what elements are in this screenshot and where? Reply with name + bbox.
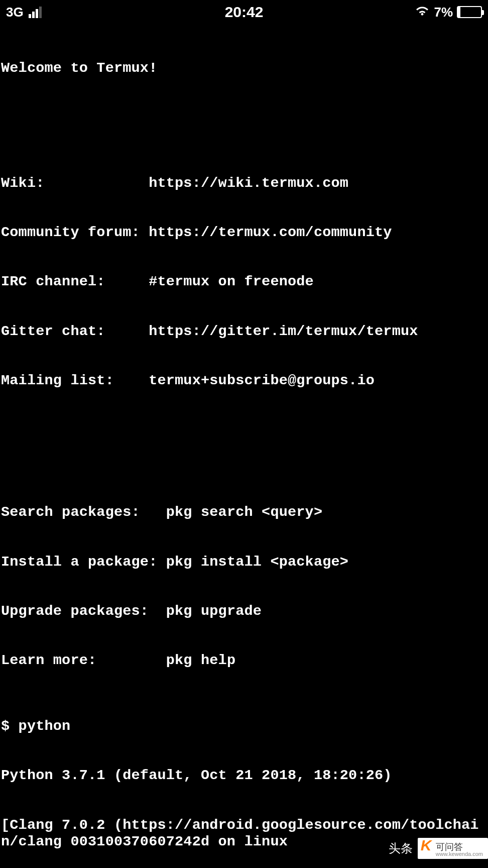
gitter-key: Gitter chat: [1, 323, 149, 340]
irc-line: IRC channel: #termux on freenode [1, 274, 487, 290]
shell-prompt: $ python [1, 718, 487, 735]
pkg-upgrade-k: Upgrade packages: [1, 603, 166, 620]
clock: 20:42 [225, 4, 264, 21]
mail-key: Mailing list: [1, 373, 149, 389]
forum-url: https://termux.com/community [149, 225, 392, 241]
welcome-line: Welcome to Termux! [1, 60, 487, 77]
pkg-install-v: pkg install <package> [166, 554, 348, 571]
watermark-k-icon: K [421, 837, 432, 854]
forum-key: Community forum: [1, 225, 149, 241]
pkg-install-line: Install a package: pkg install <package> [1, 554, 487, 571]
wifi-icon [415, 5, 430, 20]
pkg-search-v: pkg search <query> [166, 504, 322, 521]
status-bar: 3G 20:42 7% [0, 0, 488, 24]
pkg-upgrade-v: pkg upgrade [166, 603, 262, 620]
irc-key: IRC channel: [1, 274, 149, 290]
blank [1, 439, 487, 455]
pkg-search-line: Search packages: pkg search <query> [1, 504, 487, 521]
pkg-upgrade-line: Upgrade packages: pkg upgrade [1, 603, 487, 620]
watermark-url: www.kewenda.com [436, 851, 483, 857]
py-ver1: Python 3.7.1 (default, Oct 21 2018, 18:2… [1, 768, 487, 784]
network-label: 3G [6, 5, 24, 20]
status-left: 3G [6, 5, 42, 20]
battery-percent: 7% [434, 5, 453, 20]
gitter-line: Gitter chat: https://gitter.im/termux/te… [1, 323, 487, 340]
gitter-url: https://gitter.im/termux/termux [149, 323, 418, 340]
irc-url: #termux on freenode [149, 274, 314, 290]
watermark-box: K 可问答 www.kewenda.com [418, 838, 488, 859]
terminal[interactable]: Welcome to Termux! Wiki: https://wiki.te… [0, 24, 488, 868]
signal-icon [29, 7, 42, 18]
wiki-key: Wiki: [1, 175, 149, 192]
wiki-line: Wiki: https://wiki.termux.com [1, 175, 487, 192]
pkg-learn-k: Learn more: [1, 653, 166, 669]
status-right: 7% [415, 5, 482, 20]
wiki-url: https://wiki.termux.com [149, 175, 348, 192]
pkg-search-k: Search packages: [1, 504, 166, 521]
watermark: 头条 K 可问答 www.kewenda.com [389, 838, 488, 859]
mail-url: termux+subscribe@groups.io [149, 373, 375, 389]
watermark-brand: 可问答 [436, 842, 463, 852]
pkg-learn-v: pkg help [166, 653, 235, 669]
pkg-install-k: Install a package: [1, 554, 166, 571]
mail-line: Mailing list: termux+subscribe@groups.io [1, 373, 487, 389]
blank [1, 110, 487, 126]
battery-icon [457, 6, 482, 18]
watermark-left: 头条 [389, 840, 415, 856]
pkg-learn-line: Learn more: pkg help [1, 653, 487, 669]
forum-line: Community forum: https://termux.com/comm… [1, 225, 487, 241]
